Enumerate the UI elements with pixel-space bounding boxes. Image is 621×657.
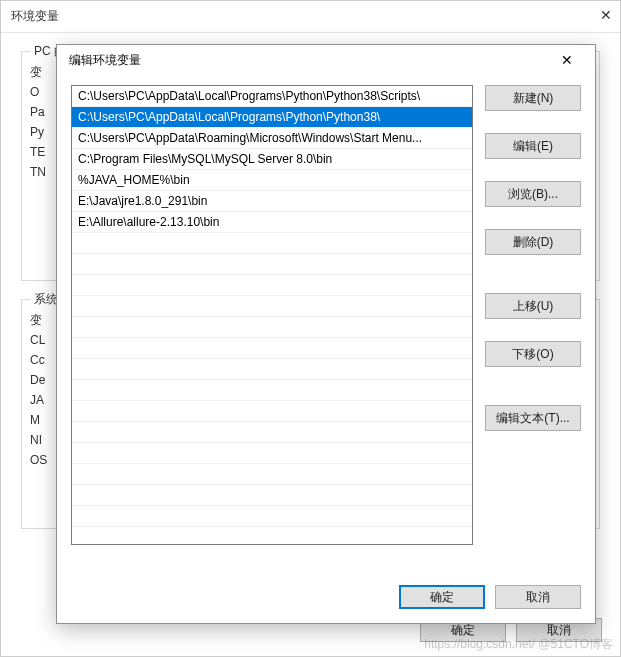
path-listbox[interactable]: C:\Users\PC\AppData\Local\Programs\Pytho… bbox=[71, 85, 473, 545]
path-row-empty[interactable] bbox=[72, 380, 472, 401]
path-row-empty[interactable] bbox=[72, 422, 472, 443]
path-row[interactable]: C:\Users\PC\AppData\Local\Programs\Pytho… bbox=[72, 86, 472, 107]
move-up-button[interactable]: 上移(U) bbox=[485, 293, 581, 319]
path-row-empty[interactable] bbox=[72, 233, 472, 254]
path-row-empty[interactable] bbox=[72, 338, 472, 359]
path-row-empty[interactable] bbox=[72, 464, 472, 485]
modal-content: C:\Users\PC\AppData\Local\Programs\Pytho… bbox=[57, 75, 595, 575]
path-row[interactable]: E:\Java\jre1.8.0_291\bin bbox=[72, 191, 472, 212]
modal-ok-button[interactable]: 确定 bbox=[399, 585, 485, 609]
modal-close-button[interactable]: ✕ bbox=[547, 46, 587, 74]
path-row-empty[interactable] bbox=[72, 317, 472, 338]
modal-title: 编辑环境变量 bbox=[69, 52, 141, 69]
parent-title: 环境变量 bbox=[11, 8, 59, 25]
path-row-empty[interactable] bbox=[72, 296, 472, 317]
browse-button[interactable]: 浏览(B)... bbox=[485, 181, 581, 207]
path-row-empty[interactable] bbox=[72, 359, 472, 380]
edit-text-button[interactable]: 编辑文本(T)... bbox=[485, 405, 581, 431]
path-row-empty[interactable] bbox=[72, 275, 472, 296]
path-row-empty[interactable] bbox=[72, 485, 472, 506]
modal-titlebar: 编辑环境变量 ✕ bbox=[57, 45, 595, 75]
close-icon: ✕ bbox=[561, 52, 573, 68]
move-down-button[interactable]: 下移(O) bbox=[485, 341, 581, 367]
edit-button[interactable]: 编辑(E) bbox=[485, 133, 581, 159]
modal-button-row: 确定 取消 bbox=[57, 575, 595, 623]
path-row[interactable]: C:\Program Files\MySQL\MySQL Server 8.0\… bbox=[72, 149, 472, 170]
path-row-empty[interactable] bbox=[72, 506, 472, 527]
path-row[interactable]: E:\Allure\allure-2.13.10\bin bbox=[72, 212, 472, 233]
modal-cancel-button[interactable]: 取消 bbox=[495, 585, 581, 609]
parent-titlebar: 环境变量 ✕ bbox=[1, 1, 620, 33]
path-row-empty[interactable] bbox=[72, 401, 472, 422]
path-row-empty[interactable] bbox=[72, 443, 472, 464]
path-row[interactable]: C:\Users\PC\AppData\Roaming\Microsoft\Wi… bbox=[72, 128, 472, 149]
path-row-empty[interactable] bbox=[72, 254, 472, 275]
side-button-column: 新建(N) 编辑(E) 浏览(B)... 删除(D) 上移(U) 下移(O) 编… bbox=[485, 85, 581, 571]
close-icon[interactable]: ✕ bbox=[600, 7, 612, 23]
path-row[interactable]: %JAVA_HOME%\bin bbox=[72, 170, 472, 191]
new-button[interactable]: 新建(N) bbox=[485, 85, 581, 111]
delete-button[interactable]: 删除(D) bbox=[485, 229, 581, 255]
path-row[interactable]: C:\Users\PC\AppData\Local\Programs\Pytho… bbox=[72, 107, 472, 128]
edit-env-var-dialog: 编辑环境变量 ✕ C:\Users\PC\AppData\Local\Progr… bbox=[56, 44, 596, 624]
